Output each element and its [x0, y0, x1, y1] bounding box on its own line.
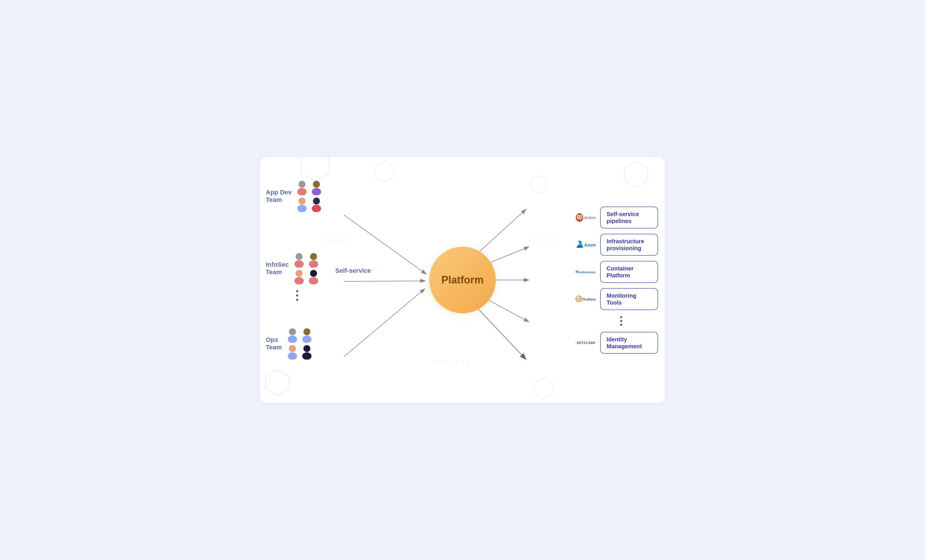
svg-point-12 — [313, 197, 320, 205]
x-pattern-4: ○ ○ ○ ○ ○ — [529, 238, 555, 242]
svg-line-32 — [344, 215, 426, 274]
kubernetes-service-box: Container Platform — [600, 261, 658, 283]
svg-marker-1 — [375, 161, 394, 182]
svg-point-14 — [295, 253, 303, 260]
svg-point-8 — [313, 181, 320, 188]
grafana-icon: Grafana — [575, 289, 595, 309]
kubernetes-icon: kubernetes — [575, 262, 595, 282]
team-ops: Ops Team — [266, 328, 313, 360]
svg-point-27 — [288, 352, 297, 360]
svg-point-26 — [289, 345, 296, 352]
svg-point-20 — [310, 270, 317, 277]
team-app-dev: App Dev Team — [266, 180, 323, 212]
ops-avatars — [286, 328, 313, 360]
svg-point-7 — [297, 188, 307, 195]
avatar — [293, 253, 306, 268]
svg-marker-0 — [301, 157, 329, 181]
keycloak-box-label: Identity Management — [607, 336, 652, 350]
x-pattern-1: × × × × × — [324, 238, 349, 242]
service-item-keycloak: KEYCLOAK Identity Management — [575, 332, 658, 354]
svg-point-70 — [578, 298, 579, 300]
svg-point-18 — [295, 270, 303, 277]
svg-point-11 — [297, 205, 307, 212]
svg-point-22 — [289, 328, 296, 335]
kubernetes-box-label: Container Platform — [607, 265, 652, 279]
avatar — [310, 180, 323, 195]
avatar — [301, 345, 313, 360]
service-item-azure: Azure Infrastructure provisioning — [575, 234, 658, 256]
avatar — [295, 180, 308, 195]
avatar — [286, 345, 299, 360]
avatar — [295, 197, 308, 212]
infosec-avatars — [293, 253, 320, 285]
app-dev-avatars — [295, 180, 323, 212]
grafana-box-label: Monitoring Tools — [607, 292, 652, 306]
svg-point-16 — [310, 253, 317, 260]
svg-point-42 — [578, 216, 579, 217]
svg-point-62 — [577, 273, 577, 273]
svg-point-24 — [303, 328, 310, 335]
diagram-container: × × × × × × × × × × × × × × × × × ○ ○ ○ … — [260, 157, 665, 403]
keycloak-service-box: Identity Management — [600, 332, 658, 354]
svg-marker-2 — [266, 370, 289, 396]
ops-team-label2: Team — [266, 344, 282, 351]
svg-point-61 — [577, 270, 577, 271]
svg-point-28 — [303, 345, 310, 352]
svg-point-72 — [575, 342, 576, 343]
svg-point-25 — [302, 336, 312, 343]
svg-point-17 — [309, 260, 318, 268]
jenkins-box-label: Self-service pipelines — [607, 211, 652, 224]
infosec-team-label: InfoSec — [266, 261, 289, 268]
avatar — [307, 253, 320, 268]
grafana-service-box: Monitoring Tools — [600, 288, 658, 310]
jenkins-service-box: Self-service pipelines — [600, 206, 658, 229]
app-dev-team-label2: Team — [266, 196, 292, 204]
azure-box-label: Infrastructure provisioning — [607, 238, 652, 251]
ops-team-label: Ops — [266, 336, 282, 344]
svg-point-68 — [576, 272, 576, 273]
platform-circle: Platform — [429, 247, 496, 313]
dots-between-teams — [296, 289, 320, 302]
svg-point-21 — [309, 277, 318, 285]
svg-line-34 — [344, 289, 425, 357]
avatar — [307, 269, 320, 285]
svg-point-44 — [579, 214, 580, 215]
grafana-label: Grafana — [583, 297, 595, 301]
svg-point-19 — [294, 277, 304, 285]
app-dev-team-label: App Dev — [266, 188, 292, 196]
svg-point-29 — [302, 352, 312, 360]
azure-service-box: Infrastructure provisioning — [600, 234, 658, 256]
service-item-kubernetes: kubernetes Container Platform — [575, 261, 658, 283]
keycloak-icon: KEYCLOAK — [575, 333, 595, 353]
svg-rect-73 — [576, 342, 577, 343]
svg-point-10 — [298, 197, 306, 205]
platform-label: Platform — [441, 274, 484, 286]
svg-point-23 — [288, 336, 297, 343]
azure-label: Azure — [584, 243, 595, 247]
svg-point-15 — [294, 260, 304, 268]
keycloak-label: KEYCLOAK — [577, 341, 595, 345]
svg-point-6 — [298, 181, 306, 188]
self-service-label: Self-service — [335, 267, 371, 274]
svg-marker-5 — [534, 378, 553, 399]
service-item-jenkins: Jenkins Self-service pipelines — [575, 206, 658, 229]
service-item-grafana: Grafana Monitoring Tools — [575, 288, 658, 310]
dots-services — [575, 315, 658, 327]
svg-point-9 — [312, 188, 321, 195]
team-infosec: InfoSec Team — [266, 253, 320, 302]
jenkins-label: Jenkins — [584, 216, 595, 220]
azure-icon: Azure — [575, 235, 595, 255]
avatar — [310, 197, 323, 212]
svg-point-43 — [580, 216, 582, 217]
services-section: Jenkins Self-service pipelines Azure — [575, 166, 658, 394]
jenkins-icon: Jenkins — [575, 208, 595, 228]
svg-point-52 — [577, 271, 577, 272]
avatar — [301, 328, 313, 343]
infosec-team-label2: Team — [266, 268, 289, 276]
avatar — [293, 269, 306, 285]
svg-marker-3 — [531, 176, 547, 194]
svg-line-33 — [344, 281, 425, 282]
kubernetes-label: kubernetes — [579, 271, 595, 274]
avatar — [286, 328, 299, 343]
svg-point-13 — [312, 205, 321, 212]
